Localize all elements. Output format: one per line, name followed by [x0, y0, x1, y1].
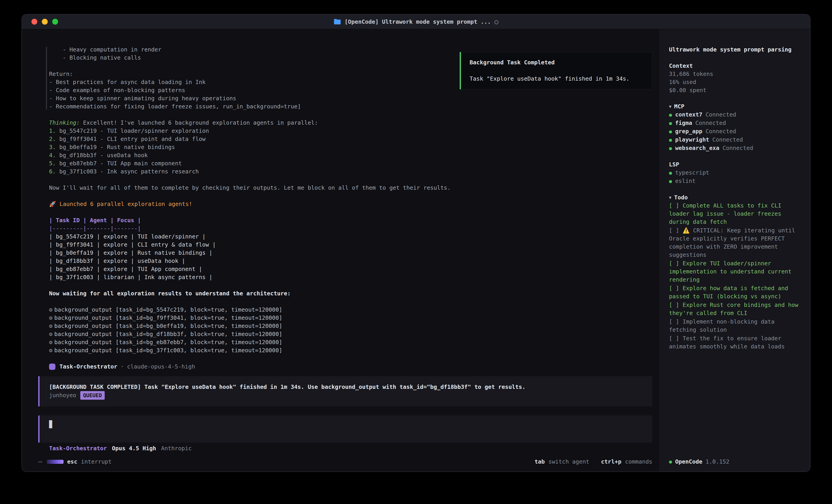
mcp-header[interactable]: ▼ MCP [669, 103, 802, 111]
todo-text: Explore Rust core bindings and how they'… [669, 302, 802, 316]
tab-key-label: switch agent [548, 458, 590, 466]
list-text: bg_f9ff3041 - CLI entry point and data f… [56, 136, 206, 142]
tool-call-line: ⚙background_output [task_id=bg_5547c219,… [49, 306, 652, 314]
list-number: 3. [49, 144, 56, 150]
mcp-item: ●websearch_exaConnected [669, 144, 802, 152]
mcp-status: Connected [723, 144, 753, 152]
sidebar: Ultrawork mode system prompt parsing Con… [658, 29, 810, 472]
todo-item: [ ] ⚠️ CRITICAL: Keep iterating until Or… [669, 226, 802, 259]
sidebar-title: Ultrawork mode system prompt parsing [669, 46, 802, 54]
chat-scrollback[interactable]: - Heavy computation in render - Blocking… [38, 29, 652, 452]
mcp-heading: MCP [674, 103, 684, 111]
prompt-input[interactable]: ▊ [38, 416, 652, 443]
todo-item: [ ] Explore TUI loader/spinner implement… [669, 259, 802, 284]
todo-heading: Todo [674, 194, 688, 202]
username: junhoyeo [49, 392, 76, 398]
status-dot-icon: ● [669, 144, 672, 152]
mcp-name: context7 [675, 111, 702, 119]
list-text: bg_37f1c003 - Ink async patterns researc… [56, 168, 199, 175]
todo-text: Complete ALL tasks to fix CLI loader lag… [669, 202, 785, 225]
context-spent: $0.00 spent [669, 86, 802, 94]
terminal-line: 6. bg_37f1c003 - Ink async patterns rese… [49, 168, 652, 176]
notification-title: Background Task Completed [470, 58, 644, 66]
table-row: | bg_eb87ebb7 | explore | TUI App compon… [49, 265, 652, 273]
close-button[interactable] [31, 19, 37, 25]
mcp-item: ●playwrightConnected [669, 136, 802, 144]
table-separator: |---------|-------|-------| [49, 224, 652, 232]
chat-panel: - Heavy computation in render - Blocking… [22, 29, 658, 472]
mcp-item: ●context7Connected [669, 111, 802, 119]
thinking-label: Thinking: [49, 119, 80, 126]
tool-call-text: background_output [task_id=bg_5547c219, … [54, 306, 282, 313]
todo-text: Explore TUI loader/spinner implementatio… [669, 260, 795, 283]
tasks-table: | Task ID | Agent | Focus | |---------|-… [49, 216, 652, 281]
todo-text: Implement non-blocking data fetching sol… [669, 318, 778, 333]
todo-header[interactable]: ▼ Todo [669, 194, 802, 202]
terminal-line: - Recommendations for fixing loader free… [49, 103, 652, 111]
status-dot-icon: ● [669, 136, 672, 144]
tool-call-line: ⚙background_output [task_id=bg_37f1c003,… [49, 346, 652, 355]
todo-text: Test the fix to ensure loader animates s… [669, 335, 785, 350]
lsp-name: eslint [675, 177, 696, 185]
toast-notification[interactable]: Background Task Completed Task "Explore … [460, 52, 652, 89]
agent-footer: Task-Orchestrator Opus 4.5 High Anthropi… [49, 444, 652, 452]
todo-checkbox: [ ] [669, 285, 682, 291]
list-number: 1. [49, 128, 56, 134]
minimize-button[interactable] [42, 19, 48, 25]
terminal-line: Thinking: Excellent! I've launched 6 bac… [49, 119, 652, 127]
agent-icon [49, 364, 55, 370]
app-name: OpenCode [675, 458, 702, 466]
more-indicator: ⋯ [38, 458, 43, 466]
tool-call-line: ⚙background_output [task_id=bg_eb87ebb7,… [49, 338, 652, 346]
list-text: bg_5547c219 - TUI loader/spinner explora… [56, 128, 209, 134]
table-row: | bg_5547c219 | explore | TUI loader/spi… [49, 232, 652, 241]
mcp-section: ▼ MCP ●context7Connected ●figmaConnected… [669, 103, 802, 152]
status-bar-right: tab switch agent ctrl+p commands [535, 458, 652, 466]
mcp-status: Connected [696, 119, 726, 127]
todo-checkbox: [ ] [669, 202, 682, 209]
tool-call-text: background_output [task_id=bg_b0effa19, … [54, 323, 282, 329]
agent-model: claude-opus-4-5-high [127, 363, 195, 371]
text-cursor: ▊ [49, 420, 53, 428]
mcp-status: Connected [706, 111, 736, 119]
mcp-name: websearch_exa [675, 144, 720, 152]
lsp-section: LSP ●typescript ●eslint [669, 161, 802, 186]
mcp-status: Connected [706, 128, 736, 136]
terminal-line: 3. bg_b0effa19 - Rust native bindings [49, 143, 652, 151]
tool-call-line: ⚙background_output [task_id=bg_df18bb3f,… [49, 330, 652, 338]
zoom-button[interactable] [52, 19, 58, 25]
esc-key-hint: esc [67, 458, 77, 466]
progress-indicator [47, 460, 63, 464]
context-used: 16% used [669, 78, 802, 86]
list-number: 2. [49, 136, 56, 142]
mcp-status: Connected [712, 136, 743, 144]
status-dot-icon: ● [669, 128, 672, 136]
todo-checkbox: [ ] [669, 335, 682, 342]
table-row: | bg_f9ff3041 | explore | CLI entry & da… [49, 241, 652, 249]
status-dot-icon: ● [669, 111, 672, 119]
message-text: [BACKGROUND TASK COMPLETED] Task "Explor… [49, 383, 643, 391]
queued-badge: QUEUED [80, 391, 104, 400]
todo-checkbox: [ ] [669, 227, 682, 234]
table-row: | bg_df18bb3f | explore | useData hook | [49, 257, 652, 265]
tool-call-text: background_output [task_id=bg_df18bb3f, … [54, 331, 282, 337]
mcp-name: playwright [675, 136, 709, 144]
tool-call-line: ⚙background_output [task_id=bg_b0effa19,… [49, 322, 652, 330]
terminal-line: 4. bg_df18bb3f - useData hook [49, 151, 652, 160]
status-dot-icon: ● [669, 458, 672, 466]
titlebar[interactable]: [OpenCode] Ultrawork mode system prompt … [22, 15, 810, 29]
terminal-line: 1. bg_5547c219 - TUI loader/spinner expl… [49, 127, 652, 135]
terminal-line: - How to keep spinner animating during h… [49, 94, 652, 103]
ctrlp-key-label: commands [625, 458, 652, 466]
context-section: Context 31,686 tokens 16% used $0.00 spe… [669, 62, 802, 94]
status-bar: ⋯ esc interrupt tab switch agent ctrl+p … [38, 452, 652, 472]
terminal-line: 5. bg_eb87ebb7 - TUI App main component [49, 160, 652, 168]
ctrlp-key-hint: ctrl+p [601, 458, 621, 466]
list-text: bg_eb87ebb7 - TUI App main component [56, 160, 182, 167]
context-tokens: 31,686 tokens [669, 70, 802, 78]
todo-item: [ ] Implement non-blocking data fetching… [669, 318, 802, 334]
table-row: | bg_37f1c003 | librarian | Ink async pa… [49, 273, 652, 281]
terminal-window: [OpenCode] Ultrawork mode system prompt … [22, 14, 810, 472]
terminal-line: 2. bg_f9ff3041 - CLI entry point and dat… [49, 135, 652, 143]
list-text: bg_df18bb3f - useData hook [56, 152, 148, 159]
